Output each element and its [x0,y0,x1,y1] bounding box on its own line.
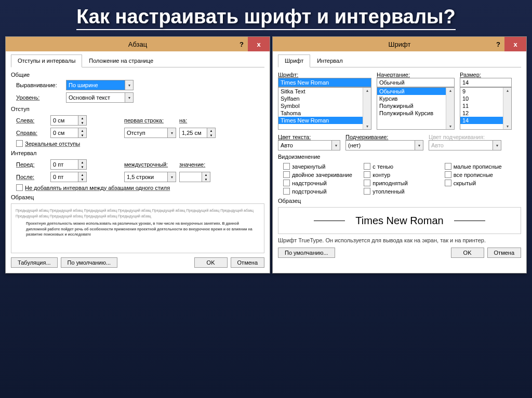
paragraph-titlebar: Абзац ? x [6,37,270,51]
font-size-input[interactable] [460,78,512,87]
dropdown-arrow-icon: ▾ [415,141,423,150]
default-button[interactable]: По умолчанию... [278,248,335,258]
underline-color-combo: Авто▾ [429,140,501,150]
ok-button[interactable]: OK [451,248,484,258]
align-label: Выравнивание: [16,82,63,88]
scrollbar[interactable]: ▴▾ [446,88,454,129]
underline-combo[interactable]: (нет)▾ [345,140,423,150]
paragraph-dialog: Абзац ? x Отступы и интервалы Положение … [5,36,270,273]
left-spinner[interactable]: 0 см ▲▼ [50,115,87,126]
spin-down-icon[interactable]: ▼ [78,164,86,169]
common-header: Общие [11,72,264,78]
right-spinner[interactable]: 0 см ▲▼ [50,128,87,138]
strikethrough-checkbox[interactable]: зачеркнутый [283,163,360,170]
list-item[interactable]: Symbol [278,102,371,109]
after-spinner[interactable]: 0 пт ▲▼ [50,172,87,182]
mirror-indent-checkbox[interactable]: Зеркальные отступы [16,140,80,147]
subscript-checkbox[interactable]: подстрочный [283,188,360,195]
list-item[interactable]: Обычный [377,88,454,95]
help-button[interactable]: ? [235,37,248,51]
align-combo[interactable]: По ширине ▾ [66,80,134,90]
close-button[interactable]: x [504,37,526,51]
allcaps-checkbox[interactable]: все прописные [445,171,521,178]
outline-checkbox[interactable]: контур [364,171,440,178]
spin-down-icon[interactable]: ▼ [202,177,210,182]
scrollbar[interactable]: ▴▾ [363,88,371,129]
indent-header: Отступ [11,106,30,112]
list-item[interactable]: Курсив [377,95,454,102]
list-item[interactable]: Times New Roman [278,117,371,124]
spin-up-icon[interactable]: ▲ [78,128,86,133]
superscript-checkbox[interactable]: надстрочный [283,180,360,186]
tabs-button[interactable]: Табуляция... [11,257,58,268]
emboss-checkbox[interactable]: приподнятый [364,180,440,186]
spin-down-icon[interactable]: ▼ [78,177,86,182]
spin-up-icon[interactable]: ▲ [78,172,86,177]
list-item[interactable]: Полужирный [377,102,454,109]
line-spacing-label: междустрочный: [124,161,176,168]
spacing-value-label: значение: [179,161,210,168]
list-item[interactable]: Tahoma [278,109,371,117]
font-name-input[interactable] [278,78,371,87]
tab-indents-spacing[interactable]: Отступы и интервалы [11,54,82,67]
font-dialog: Шрифт ? x Шрифт Интервал Шрифт: Sitka Te… [272,36,527,273]
tab-character-spacing[interactable]: Интервал [310,54,349,67]
smallcaps-checkbox[interactable]: малые прописные [445,163,521,170]
font-hint: Шрифт TrueType. Он используется для выво… [278,237,521,243]
hidden-checkbox[interactable]: скрытый [445,180,521,186]
shadow-checkbox[interactable]: с тенью [364,163,440,170]
list-item[interactable]: Sitka Text [278,88,371,95]
by-spinner[interactable]: 1,25 см ▲▼ [179,128,216,138]
help-button[interactable]: ? [492,37,504,51]
engrave-checkbox[interactable]: утопленный [364,188,440,195]
sample-header: Образец [11,194,34,200]
font-listbox[interactable]: Sitka Text Sylfaen Symbol Tahoma Times N… [278,87,371,130]
dropdown-arrow-icon: ▾ [125,80,133,90]
level-label: Уровень: [16,94,63,101]
list-item[interactable]: Полужирный Курсив [377,109,454,117]
ok-button[interactable]: OK [194,257,228,268]
after-label: После: [16,174,47,180]
left-label: Слева: [16,117,47,123]
font-style-input[interactable] [377,78,455,87]
before-spinner[interactable]: 0 пт ▲▼ [50,159,87,170]
close-button[interactable]: x [248,37,270,51]
dropdown-arrow-icon: ▾ [167,172,176,182]
dropdown-arrow-icon: ▾ [331,141,340,150]
font-size-label: Размер: [460,72,512,78]
spin-up-icon[interactable]: ▲ [78,116,86,120]
line-spacing-combo[interactable]: 1,5 строки ▾ [124,172,176,182]
font-style-label: Начертание: [377,72,455,78]
list-item[interactable]: Sylfaen [278,95,371,102]
font-color-combo[interactable]: Авто▾ [278,140,340,150]
scrollbar[interactable]: ▴▾ [503,88,511,129]
spin-down-icon[interactable]: ▼ [207,133,215,138]
spacing-header: Интервал [11,150,36,156]
first-line-combo[interactable]: Отступ ▾ [124,128,176,138]
size-listbox[interactable]: 9 10 11 12 14 ▴▾ [460,87,512,130]
no-space-same-style-checkbox[interactable]: Не добавлять интервал между абзацами одн… [16,184,170,191]
font-name-label: Шрифт: [278,72,371,78]
double-strikethrough-checkbox[interactable]: двойное зачеркивание [283,171,360,178]
preview-box: Предыдущий абзац Предыдущий абзац Предыд… [11,203,264,253]
cancel-button[interactable]: Отмена [487,248,521,258]
spin-up-icon[interactable]: ▲ [202,172,210,177]
default-button[interactable]: По умолчанию... [61,257,118,268]
spin-up-icon[interactable]: ▲ [207,128,215,133]
spacing-value-spinner[interactable]: ▲▼ [179,172,210,182]
spin-down-icon[interactable]: ▼ [78,133,86,138]
cancel-button[interactable]: Отмена [231,257,264,268]
tab-page-position[interactable]: Положение на странице [82,54,160,67]
spin-up-icon[interactable]: ▲ [78,160,86,164]
underline-label: Подчеркивание: [345,134,423,140]
level-combo[interactable]: Основной текст ▾ [66,92,134,103]
right-label: Справа: [16,130,47,136]
checkbox-icon [16,140,23,147]
dropdown-arrow-icon: ▾ [493,141,501,150]
style-listbox[interactable]: Обычный Курсив Полужирный Полужирный Кур… [377,87,455,130]
tab-font[interactable]: Шрифт [278,54,310,67]
font-sample-header: Образец [278,198,301,204]
dropdown-arrow-icon: ▾ [167,128,176,138]
by-label: на: [179,117,200,123]
spin-down-icon[interactable]: ▼ [78,120,86,125]
